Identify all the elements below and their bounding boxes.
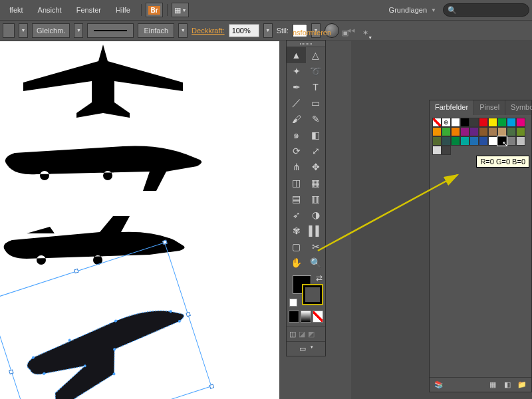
swatch-color[interactable] bbox=[479, 136, 488, 146]
menu-fenster[interactable]: Fenster bbox=[70, 2, 108, 18]
tool-lasso[interactable]: ➰ bbox=[306, 63, 325, 79]
tab-symbole[interactable]: Symbol bbox=[505, 100, 532, 115]
color-mode-gradient[interactable] bbox=[301, 311, 311, 323]
search-field[interactable] bbox=[460, 6, 525, 14]
tool-line-segment[interactable]: ／ bbox=[287, 95, 306, 111]
tool-type[interactable]: T bbox=[306, 79, 325, 95]
brush-definition[interactable] bbox=[87, 23, 134, 38]
menu-hilfe[interactable]: Hilfe bbox=[109, 2, 137, 18]
menu-effekt[interactable]: ffekt bbox=[3, 2, 30, 18]
swatch-color[interactable] bbox=[451, 118, 460, 127]
tool-rectangle[interactable]: ▭ bbox=[306, 95, 325, 111]
swatch-color[interactable] bbox=[488, 136, 497, 146]
tool-direct-selection[interactable]: △ bbox=[306, 47, 325, 63]
tool-hand[interactable]: ✋ bbox=[287, 255, 306, 271]
tool-magic-wand[interactable]: ✦ bbox=[287, 63, 306, 79]
swatch-color[interactable] bbox=[516, 136, 525, 146]
swatch-color[interactable] bbox=[460, 136, 469, 146]
swatch-color[interactable] bbox=[516, 118, 525, 127]
arrange-documents-button[interactable]: ▦▼ bbox=[172, 3, 189, 17]
tool-perspective-grid[interactable]: ▦ bbox=[306, 175, 325, 191]
change-screen-mode[interactable]: ▭▾ bbox=[287, 341, 325, 356]
swatch-color[interactable] bbox=[451, 136, 460, 146]
swatch-color[interactable] bbox=[497, 118, 507, 127]
swatch-color[interactable] bbox=[469, 127, 479, 136]
new-group-icon[interactable]: 📁 bbox=[517, 380, 527, 390]
tool-artboard[interactable]: ▢ bbox=[287, 239, 306, 255]
tool-eyedropper[interactable]: ➶ bbox=[287, 207, 306, 223]
swatch-color[interactable] bbox=[451, 127, 460, 136]
swatch-color[interactable] bbox=[432, 146, 442, 155]
swatch-color[interactable] bbox=[442, 146, 451, 155]
swatch-color[interactable] bbox=[469, 118, 479, 127]
align-icon[interactable]: ▣ bbox=[339, 27, 351, 39]
variable-width-profile[interactable]: Gleichm. bbox=[32, 23, 70, 38]
swatch-color[interactable] bbox=[460, 127, 469, 136]
swatch-none[interactable] bbox=[432, 118, 442, 127]
brush-dropdown[interactable]: ▼ bbox=[178, 23, 188, 38]
swatch-color[interactable] bbox=[507, 118, 516, 127]
bridge-button[interactable]: Br bbox=[146, 3, 163, 17]
tool-slice[interactable]: ✂ bbox=[306, 239, 325, 255]
swatch-color[interactable] bbox=[497, 127, 507, 136]
swatch-color[interactable] bbox=[479, 118, 488, 127]
tool-selection[interactable]: ▲ bbox=[287, 47, 306, 63]
tool-scale[interactable]: ⤢ bbox=[306, 143, 325, 159]
swap-fill-stroke-icon[interactable]: ⇄ bbox=[316, 273, 323, 283]
tool-mesh[interactable]: ▤ bbox=[287, 191, 306, 207]
draw-inside-icon[interactable]: ◩ bbox=[308, 330, 315, 338]
tab-farbfelder[interactable]: Farbfelder bbox=[430, 100, 474, 115]
tool-gradient[interactable]: ▥ bbox=[306, 191, 325, 207]
swatch-libraries-icon[interactable]: 📚 bbox=[434, 380, 444, 390]
opacity-value[interactable]: 100% bbox=[229, 24, 259, 37]
swatch-color[interactable] bbox=[479, 127, 488, 136]
draw-mode-icon[interactable]: ◫ bbox=[289, 330, 296, 338]
tool-free-transform[interactable]: ✥ bbox=[306, 159, 325, 175]
swatch-options-icon[interactable]: ◧ bbox=[502, 380, 513, 390]
stroke-color[interactable] bbox=[303, 285, 322, 304]
swatch-color[interactable] bbox=[488, 118, 497, 127]
swatch-color[interactable] bbox=[442, 127, 451, 136]
swatch-registration[interactable]: ⊕ bbox=[442, 118, 451, 127]
draw-behind-icon[interactable]: ◪ bbox=[299, 330, 305, 338]
tab-pinsel[interactable]: Pinsel bbox=[474, 100, 505, 115]
swatch-color[interactable] bbox=[507, 136, 516, 146]
brush-name[interactable]: Einfach bbox=[138, 23, 174, 38]
pathfinder-icon[interactable]: ✶▼ bbox=[359, 27, 371, 39]
variable-width-dropdown[interactable]: ▼ bbox=[74, 23, 83, 38]
shape-airplane-side-1[interactable] bbox=[0, 128, 206, 194]
color-mode-none[interactable] bbox=[313, 311, 323, 323]
stroke-weight-field[interactable] bbox=[3, 23, 15, 38]
swatch-color[interactable] bbox=[507, 127, 516, 136]
tool-pencil[interactable]: ✎ bbox=[306, 111, 325, 127]
swatch-color[interactable]: ↖ bbox=[497, 136, 507, 146]
opacity-dropdown[interactable]: ▼ bbox=[263, 23, 273, 38]
tool-zoom[interactable]: 🔍 bbox=[306, 255, 325, 271]
tool-blend[interactable]: ◑ bbox=[306, 207, 325, 223]
swatch-color[interactable] bbox=[469, 136, 479, 146]
swatch-color[interactable] bbox=[488, 127, 497, 136]
search-input[interactable]: 🔍 bbox=[443, 3, 529, 17]
tool-column-graph[interactable]: ▌▌ bbox=[306, 223, 325, 239]
tool-shape-builder[interactable]: ◫ bbox=[287, 175, 306, 191]
swatch-color[interactable] bbox=[460, 118, 469, 127]
tab-transform[interactable]: nsformieren bbox=[293, 29, 331, 37]
swatch-color[interactable] bbox=[432, 136, 442, 146]
workspace-switcher[interactable]: Grundlagen ▼ bbox=[389, 6, 436, 14]
shape-airplane-top[interactable] bbox=[13, 41, 193, 121]
tool-eraser[interactable]: ◧ bbox=[306, 127, 325, 143]
swatch-color[interactable] bbox=[442, 136, 451, 146]
stroke-weight-dropdown[interactable]: ▼ bbox=[19, 23, 28, 38]
swatch-color[interactable] bbox=[516, 127, 525, 136]
menu-ansicht[interactable]: Ansicht bbox=[31, 2, 68, 18]
panel-grip[interactable] bbox=[287, 41, 325, 47]
artboard[interactable] bbox=[0, 41, 279, 399]
tool-rotate[interactable]: ⟳ bbox=[287, 143, 306, 159]
tool-width[interactable]: ⋔ bbox=[287, 159, 306, 175]
opacity-label-link[interactable]: Deckkraft: bbox=[192, 27, 225, 35]
show-kinds-icon[interactable]: ▦ bbox=[487, 380, 498, 390]
color-mode-solid[interactable] bbox=[289, 311, 299, 323]
tool-symbol-sprayer[interactable]: ✾ bbox=[287, 223, 306, 239]
tool-paintbrush[interactable]: 🖌 bbox=[287, 111, 306, 127]
swatch-color[interactable] bbox=[432, 127, 442, 136]
